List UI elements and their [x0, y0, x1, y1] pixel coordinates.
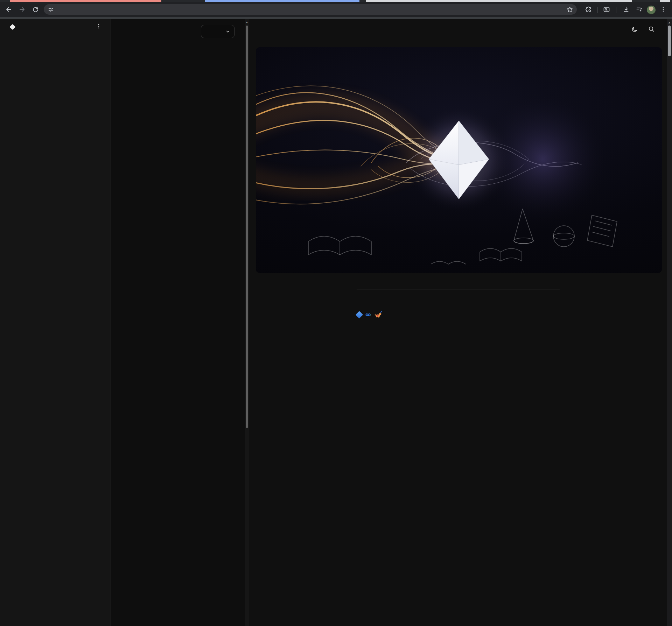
site-settings-icon[interactable]	[48, 7, 54, 13]
browser-window: ▲	[0, 0, 672, 626]
sidebar	[0, 19, 111, 626]
url-bar[interactable]	[44, 4, 577, 15]
downloads-icon[interactable]	[620, 3, 632, 15]
toolbar-divider	[0, 17, 672, 19]
scroll-up-icon[interactable]: ▲	[245, 21, 249, 24]
bloglist-scrollbar-thumb[interactable]	[246, 26, 248, 428]
blue-diamond-icon	[356, 311, 363, 318]
page-scrollbar-thumb[interactable]	[668, 26, 671, 56]
divider	[357, 300, 560, 300]
chevron-down-icon	[226, 29, 230, 34]
extensions-icon[interactable]	[582, 3, 594, 15]
forward-icon[interactable]	[16, 3, 28, 15]
page-scrollbar[interactable]: ▲	[667, 19, 672, 626]
hero-image	[256, 47, 662, 273]
article-body: ∞	[357, 289, 560, 318]
blog-list-pane	[111, 19, 245, 626]
jiri-diamond-logo	[405, 106, 513, 214]
service-dog-icon	[374, 311, 383, 318]
infinity-icon: ∞	[365, 312, 371, 317]
side-panel-search-icon[interactable]	[601, 3, 612, 15]
browser-toolbar	[0, 2, 672, 17]
scroll-up-icon[interactable]: ▲	[667, 20, 672, 24]
toolbar-separator	[616, 7, 616, 13]
main-content: ∞	[249, 19, 667, 626]
bookmark-star-icon[interactable]	[566, 6, 573, 13]
dark-mode-moon-icon[interactable]	[629, 23, 640, 35]
back-icon[interactable]	[3, 3, 15, 15]
bloglist-scrollbar[interactable]: ▲	[245, 19, 249, 626]
filter-dropdown[interactable]	[201, 25, 234, 38]
browser-menu-icon[interactable]	[657, 3, 669, 15]
search-icon[interactable]	[646, 23, 657, 35]
sidebar-menu-icon[interactable]	[96, 23, 102, 29]
divider	[357, 289, 560, 289]
footer-emoji-row: ∞	[357, 311, 560, 318]
profile-avatar[interactable]	[647, 6, 656, 14]
blog-posts	[111, 38, 245, 49]
reload-icon[interactable]	[29, 3, 41, 15]
site-logo-diamond-icon[interactable]	[10, 24, 16, 30]
media-controls-icon[interactable]	[633, 3, 645, 15]
toolbar-separator	[597, 7, 597, 13]
